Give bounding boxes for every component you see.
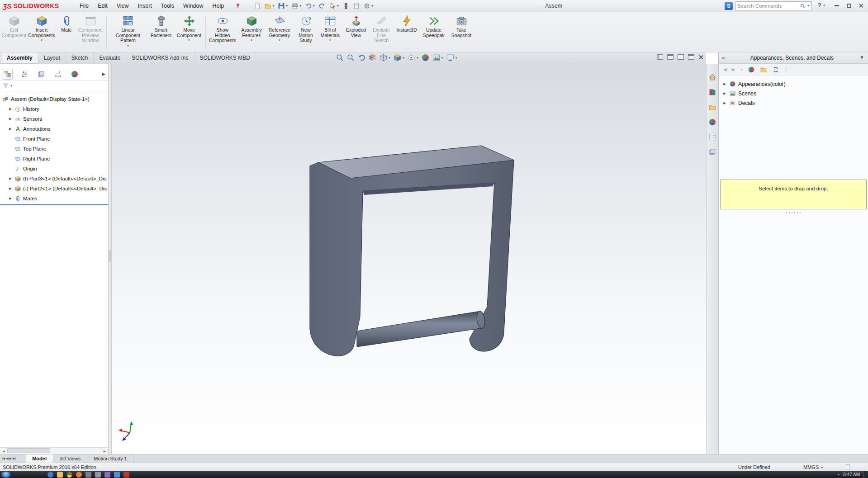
taskbar-app-gray2-icon[interactable] (95, 472, 101, 478)
collapse-pane-icon[interactable]: « (722, 55, 725, 61)
tree-item-right-plane[interactable]: ▶ Right Plane (0, 154, 108, 164)
chevron-down-icon[interactable]: ▼ (402, 57, 405, 59)
insert-components-button[interactable]: Insert Components ▼ (27, 14, 57, 52)
minimize-button[interactable] (830, 1, 843, 10)
expand-arrow-icon[interactable]: ▶ (8, 187, 13, 190)
propertymanager-tab[interactable] (19, 69, 29, 80)
search-input[interactable] (737, 3, 798, 9)
last-tab-icon[interactable]: ▶| (13, 457, 16, 460)
view-orientation-button[interactable]: ▼ (379, 53, 391, 62)
design-library-icon[interactable] (708, 88, 716, 96)
save-button[interactable]: ▼ (277, 1, 289, 10)
chevron-down-icon[interactable]: ▼ (285, 5, 288, 7)
pin-pane-icon[interactable] (859, 55, 865, 61)
taskbar-clock[interactable]: 5:47 AM (843, 472, 860, 477)
menu-insert[interactable]: Insert (133, 0, 157, 11)
tab-layout[interactable]: Layout (38, 52, 66, 64)
tree-item-top-plane[interactable]: ▶ Top Plane (0, 144, 108, 154)
tray-expand-icon[interactable]: ▲ (837, 473, 840, 476)
units-selector[interactable]: MMGS ▲ (803, 464, 823, 470)
tree-item-part2[interactable]: ▶ (-) Part2<1> (Default<<Default>_Dis (0, 184, 108, 194)
taskbar-app-purple-icon[interactable] (104, 472, 110, 478)
chevron-down-icon[interactable]: ▼ (10, 85, 13, 87)
displaymanager-tab[interactable] (70, 69, 80, 80)
taskbar-app-gray1-icon[interactable] (85, 472, 91, 478)
taskbar-app-media-icon[interactable] (114, 472, 120, 478)
exploded-view-button[interactable]: Exploded View (343, 14, 369, 52)
panel-flyout-icon[interactable]: ▶ (102, 71, 105, 76)
open-folder-icon[interactable] (760, 66, 767, 73)
model-3d[interactable] (112, 64, 706, 454)
apply-scene-button[interactable]: ▼ (432, 53, 444, 62)
tree-splitter-line[interactable] (0, 204, 108, 205)
redo-button[interactable] (318, 1, 327, 10)
start-button[interactable] (1, 472, 10, 478)
chevron-down-icon[interactable]: ▼ (455, 57, 458, 59)
chevron-down-icon[interactable]: ▼ (388, 57, 391, 59)
take-snapshot-button[interactable]: Take Snapshot (448, 14, 474, 52)
tree-item-history[interactable]: ▶ History (0, 104, 108, 114)
menu-window[interactable]: Window (179, 0, 208, 11)
chevron-down-icon[interactable]: ▼ (823, 4, 825, 7)
previous-view-button[interactable] (357, 53, 366, 62)
undo-button[interactable]: ▼ (304, 1, 316, 10)
taskbar-app-folder-icon[interactable] (57, 472, 63, 478)
tab-motion-study-1[interactable]: Motion Study 1 (87, 454, 133, 463)
back-icon[interactable]: ◀ (723, 67, 727, 72)
doc-restore-icon[interactable] (688, 54, 694, 60)
task-pane-item-appearances[interactable]: ▶ Appearances(color) (721, 79, 866, 89)
filter-funnel-icon[interactable] (2, 82, 9, 89)
featuremanager-tree-tab[interactable] (3, 69, 13, 80)
expand-arrow-icon[interactable]: ▶ (722, 82, 727, 86)
section-view-button[interactable] (368, 53, 377, 62)
appearances-icon[interactable] (748, 66, 755, 73)
chevron-down-icon[interactable]: ▼ (371, 5, 374, 7)
expand-arrow-icon[interactable]: ▶ (8, 127, 13, 131)
document-recovery-icon[interactable] (708, 148, 716, 156)
chevron-down-icon[interactable]: ▼ (299, 5, 302, 7)
open-button[interactable]: ▼ (263, 1, 275, 10)
tree-item-part3[interactable]: ▶ (f) Part3<1> (Default<<Default>_Dis (0, 174, 108, 184)
scroll-right-icon[interactable]: ▶ (101, 448, 108, 454)
assembly-features-button[interactable]: Assembly Features ▼ (238, 14, 265, 52)
next-tab-icon[interactable]: ▶ (9, 457, 12, 460)
chevron-down-icon[interactable]: ▼ (313, 5, 315, 7)
move-up-icon[interactable]: ↑ (784, 66, 787, 73)
resize-grip[interactable] (785, 212, 802, 214)
task-pane-item-scenes[interactable]: ▶ Scenes (721, 89, 866, 98)
chevron-down-icon[interactable]: ▼ (278, 39, 281, 42)
chevron-down-icon[interactable]: ▼ (416, 57, 419, 59)
zoom-to-area-button[interactable] (346, 53, 355, 62)
search-box[interactable]: ▼ (735, 1, 812, 10)
chevron-down-icon[interactable]: ▼ (250, 39, 253, 42)
select-button[interactable]: ▼ (328, 1, 340, 10)
tree-item-mates[interactable]: ▶ Mates (0, 194, 108, 204)
chevron-down-icon[interactable]: ▼ (40, 39, 43, 42)
close-button[interactable] (855, 1, 867, 10)
tree-item-origin[interactable]: ▶ Origin (0, 164, 108, 174)
reference-geometry-button[interactable]: Reference Geometry ▼ (266, 14, 294, 52)
edit-component-button[interactable]: Edit Component (2, 14, 26, 52)
tab-3d-views[interactable]: 3D Views (53, 454, 87, 463)
menu-help[interactable]: Help (208, 0, 229, 11)
help-button[interactable]: ?▼ (818, 2, 825, 9)
appearances-scenes-decals-icon[interactable] (708, 118, 716, 126)
menu-file[interactable]: File (75, 0, 93, 11)
instant3d-button[interactable]: Instant3D (394, 14, 419, 52)
chevron-down-icon[interactable]: ▼ (329, 39, 332, 42)
taskbar-app-browser-icon[interactable] (47, 472, 53, 478)
chevron-down-icon[interactable]: ▼ (272, 5, 275, 7)
options-button[interactable]: ▼ (362, 1, 375, 10)
search-scope-icon[interactable]: S (725, 2, 733, 10)
smart-fasteners-button[interactable]: Smart Fasteners (148, 14, 174, 52)
tree-item-assembly-root[interactable]: Assem (Default<Display State-1>) (0, 94, 108, 104)
forward-icon[interactable]: ▶ (732, 67, 735, 72)
taskbar-app-chrome-icon[interactable] (66, 472, 72, 478)
show-hidden-components-button[interactable]: Show Hidden Components (208, 14, 237, 52)
chevron-down-icon[interactable]: ▼ (807, 5, 810, 7)
tab-sketch[interactable]: Sketch (66, 52, 94, 64)
doc-minimize-icon[interactable] (678, 54, 684, 60)
expand-arrow-icon[interactable]: ▶ (722, 101, 727, 105)
explode-line-sketch-button[interactable]: Explode Line Sketch (370, 14, 393, 52)
scrollbar-track[interactable] (7, 448, 101, 454)
